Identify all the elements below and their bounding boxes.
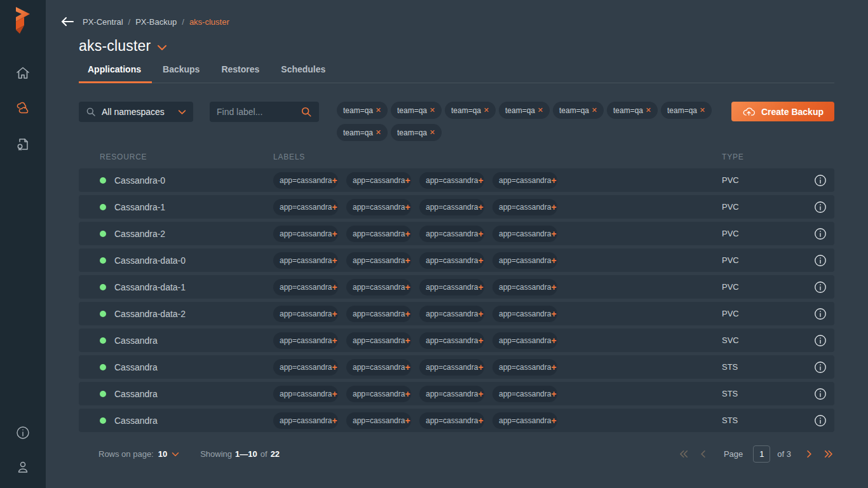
add-label-icon[interactable]: +: [332, 416, 337, 426]
label-chip[interactable]: app=cassandra+: [273, 252, 338, 269]
label-chip[interactable]: app=cassandra+: [346, 306, 411, 322]
add-label-icon[interactable]: +: [551, 255, 556, 266]
add-label-icon[interactable]: +: [478, 362, 483, 372]
tab-restores[interactable]: Restores: [210, 64, 270, 83]
add-label-icon[interactable]: +: [478, 309, 483, 319]
label-chip[interactable]: app=cassandra+: [273, 412, 338, 429]
label-chip[interactable]: app=cassandra+: [419, 279, 484, 295]
add-label-icon[interactable]: +: [405, 389, 410, 399]
add-label-icon[interactable]: +: [332, 309, 337, 319]
row-info-icon[interactable]: [813, 227, 827, 241]
remove-tag-icon[interactable]: ✕: [700, 106, 705, 114]
label-chip[interactable]: app=cassandra+: [273, 172, 338, 189]
add-label-icon[interactable]: +: [332, 175, 337, 186]
filter-tag[interactable]: team=qa ✕: [661, 102, 712, 119]
add-label-icon[interactable]: +: [551, 202, 556, 212]
label-chip[interactable]: app=cassandra+: [419, 226, 484, 242]
label-chip[interactable]: app=cassandra+: [346, 199, 411, 215]
license-doc-icon[interactable]: [15, 136, 31, 152]
tab-applications[interactable]: Applications: [79, 64, 152, 83]
remove-tag-icon[interactable]: ✕: [430, 128, 435, 137]
add-label-icon[interactable]: +: [405, 255, 410, 266]
add-label-icon[interactable]: +: [551, 336, 556, 346]
add-label-icon[interactable]: +: [478, 255, 483, 266]
label-chip[interactable]: app=cassandra+: [419, 172, 484, 189]
row-info-icon[interactable]: [813, 334, 827, 348]
label-chip[interactable]: app=cassandra+: [419, 252, 484, 269]
add-label-icon[interactable]: +: [478, 282, 483, 292]
add-label-icon[interactable]: +: [478, 229, 483, 239]
filter-tag[interactable]: team=qa ✕: [337, 102, 388, 119]
add-label-icon[interactable]: +: [405, 309, 410, 319]
label-chip[interactable]: app=cassandra+: [492, 172, 557, 189]
label-chip[interactable]: app=cassandra+: [346, 412, 411, 429]
about-info-icon[interactable]: [15, 424, 31, 441]
rows-per-page-control[interactable]: Rows on page: 10: [98, 449, 179, 459]
filter-tag[interactable]: team=qa ✕: [499, 102, 550, 119]
label-chip[interactable]: app=cassandra+: [492, 252, 557, 269]
filter-tag[interactable]: team=qa ✕: [607, 102, 658, 119]
label-chip[interactable]: app=cassandra+: [346, 279, 411, 295]
label-chip[interactable]: app=cassandra+: [346, 172, 411, 189]
add-label-icon[interactable]: +: [478, 416, 483, 426]
last-page-icon[interactable]: [822, 448, 834, 460]
label-chip[interactable]: app=cassandra+: [419, 199, 484, 215]
cluster-dropdown-chevron-icon[interactable]: [157, 44, 167, 51]
add-label-icon[interactable]: +: [405, 175, 410, 186]
filter-tag[interactable]: team=qa ✕: [337, 124, 388, 141]
filter-tag[interactable]: team=qa ✕: [553, 102, 604, 119]
add-label-icon[interactable]: +: [332, 362, 337, 372]
table-row[interactable]: Cassandra-0 app=cassandra+app=cassandra+…: [79, 168, 834, 192]
row-info-icon[interactable]: [813, 254, 827, 268]
add-label-icon[interactable]: +: [332, 282, 337, 292]
label-chip[interactable]: app=cassandra+: [419, 332, 484, 349]
backup-clouds-icon[interactable]: [15, 100, 31, 117]
add-label-icon[interactable]: +: [405, 282, 410, 292]
label-chip[interactable]: app=cassandra+: [273, 332, 338, 349]
user-profile-icon[interactable]: [15, 459, 31, 475]
label-chip[interactable]: app=cassandra+: [346, 359, 411, 376]
tab-schedules[interactable]: Schedules: [270, 64, 336, 83]
add-label-icon[interactable]: +: [478, 202, 483, 212]
label-chip[interactable]: app=cassandra+: [419, 412, 484, 429]
filter-tag[interactable]: team=qa ✕: [391, 124, 442, 141]
remove-tag-icon[interactable]: ✕: [484, 106, 489, 114]
remove-tag-icon[interactable]: ✕: [538, 106, 543, 114]
label-chip[interactable]: app=cassandra+: [492, 412, 557, 429]
add-label-icon[interactable]: +: [478, 389, 483, 399]
label-chip[interactable]: app=cassandra+: [273, 279, 338, 295]
label-chip[interactable]: app=cassandra+: [346, 226, 411, 242]
label-chip[interactable]: app=cassandra+: [419, 359, 484, 376]
label-chip[interactable]: app=cassandra+: [419, 306, 484, 322]
label-chip[interactable]: app=cassandra+: [346, 386, 411, 402]
add-label-icon[interactable]: +: [551, 175, 556, 186]
label-chip[interactable]: app=cassandra+: [273, 199, 338, 215]
table-row[interactable]: Cassandra-data-1 app=cassandra+app=cassa…: [79, 275, 834, 299]
add-label-icon[interactable]: +: [405, 336, 410, 346]
create-backup-button[interactable]: Create Backup: [731, 102, 834, 121]
breadcrumb-px-central[interactable]: PX-Central: [83, 17, 123, 27]
filter-tag[interactable]: team=qa ✕: [445, 102, 496, 119]
find-label-input[interactable]: [217, 107, 290, 117]
row-info-icon[interactable]: [813, 307, 827, 321]
table-row[interactable]: Cassandra-2 app=cassandra+app=cassandra+…: [79, 222, 834, 245]
page-number-input[interactable]: [753, 445, 770, 463]
table-row[interactable]: Cassandra-1 app=cassandra+app=cassandra+…: [79, 195, 834, 219]
namespace-select[interactable]: All namespaces: [79, 102, 193, 122]
portworx-logo[interactable]: [10, 5, 36, 38]
tab-backups[interactable]: Backups: [152, 64, 210, 83]
add-label-icon[interactable]: +: [478, 336, 483, 346]
table-row[interactable]: Cassandra-data-0 app=cassandra+app=cassa…: [79, 248, 834, 272]
add-label-icon[interactable]: +: [405, 416, 410, 426]
row-info-icon[interactable]: [813, 173, 827, 187]
table-row[interactable]: Cassandra-data-2 app=cassandra+app=cassa…: [79, 302, 834, 325]
add-label-icon[interactable]: +: [551, 309, 556, 319]
next-page-icon[interactable]: [803, 448, 815, 460]
label-chip[interactable]: app=cassandra+: [492, 306, 557, 322]
label-chip[interactable]: app=cassandra+: [492, 199, 557, 215]
add-label-icon[interactable]: +: [405, 202, 410, 212]
prev-page-icon[interactable]: [697, 448, 709, 460]
label-chip[interactable]: app=cassandra+: [273, 359, 338, 376]
filter-tag[interactable]: team=qa ✕: [391, 102, 442, 119]
label-chip[interactable]: app=cassandra+: [492, 332, 557, 349]
